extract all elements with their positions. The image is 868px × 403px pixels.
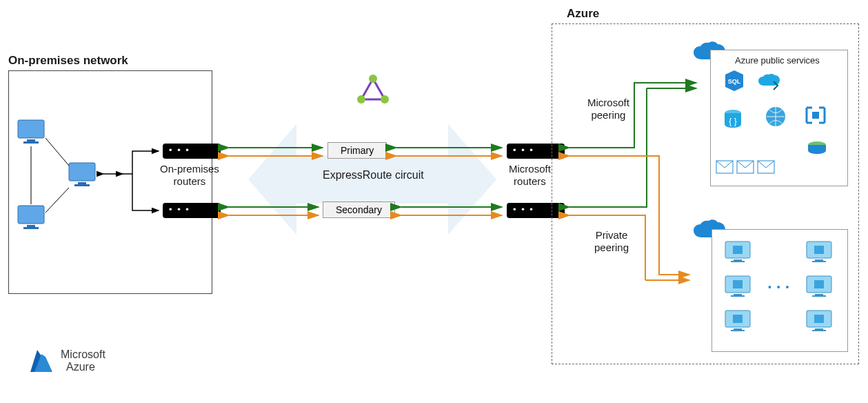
azure-logo: Microsoft Azure [28, 347, 105, 375]
svg-rect-47 [731, 330, 745, 331]
svg-rect-54 [815, 294, 823, 295]
svg-rect-58 [815, 328, 823, 330]
braces-icon: { } [721, 108, 745, 131]
vm-icon [724, 309, 751, 333]
svg-rect-43 [731, 295, 745, 297]
svg-rect-39 [731, 261, 745, 262]
mail-icon [757, 160, 775, 174]
svg-rect-57 [814, 315, 824, 323]
mail-icon [716, 160, 734, 174]
svg-rect-51 [812, 261, 826, 262]
svg-rect-55 [812, 295, 826, 297]
ellipsis-icon: • • • [768, 282, 790, 293]
vm-icon [805, 275, 833, 298]
svg-rect-37 [733, 246, 743, 254]
svg-rect-46 [734, 328, 742, 330]
brand-line1: Microsoft [61, 348, 105, 361]
mail-icon [736, 160, 754, 174]
svg-rect-38 [734, 259, 742, 261]
vm-icon [805, 309, 833, 333]
vm-icon [724, 240, 751, 264]
vm-icon [805, 240, 833, 264]
svg-rect-59 [812, 330, 826, 331]
brand-line2: Azure [61, 361, 105, 373]
bracket-box-icon [804, 104, 827, 127]
svg-rect-42 [734, 294, 742, 295]
disk-icon [805, 137, 829, 160]
public-services-label: Azure public services [735, 55, 820, 66]
globe-icon [764, 105, 787, 128]
cloud-service-icon [757, 72, 780, 95]
svg-rect-31 [812, 112, 819, 119]
svg-text:{ }: { } [729, 117, 736, 126]
svg-rect-45 [733, 315, 743, 323]
svg-rect-50 [815, 259, 823, 261]
svg-rect-41 [733, 280, 743, 288]
azure-logo-icon [28, 347, 55, 375]
sql-icon: SQL [723, 69, 746, 92]
svg-rect-53 [814, 280, 824, 288]
vm-icon [724, 275, 751, 298]
svg-text:SQL: SQL [728, 78, 741, 85]
svg-rect-49 [814, 246, 824, 254]
